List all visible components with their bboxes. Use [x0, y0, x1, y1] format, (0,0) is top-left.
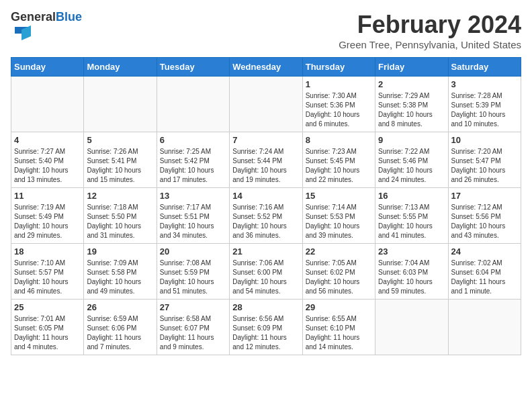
- calendar-cell: [230, 77, 302, 132]
- day-info: Sunrise: 7:01 AM Sunset: 6:05 PM Dayligh…: [14, 314, 81, 352]
- day-number: 2: [378, 79, 445, 89]
- weekday-header-thursday: Thursday: [302, 58, 375, 77]
- calendar-cell: 5Sunrise: 7:26 AM Sunset: 5:41 PM Daylig…: [84, 132, 157, 188]
- day-number: 10: [451, 135, 518, 145]
- day-info: Sunrise: 7:12 AM Sunset: 5:56 PM Dayligh…: [451, 203, 518, 240]
- day-info: Sunrise: 7:22 AM Sunset: 5:46 PM Dayligh…: [378, 147, 445, 185]
- calendar-cell: 20Sunrise: 7:08 AM Sunset: 5:59 PM Dayli…: [157, 244, 229, 300]
- logo-general-text: General: [11, 10, 56, 24]
- weekday-header-row: SundayMondayTuesdayWednesdayThursdayFrid…: [11, 58, 521, 77]
- weekday-header-monday: Monday: [84, 58, 157, 77]
- day-number: 24: [451, 246, 518, 257]
- day-number: 14: [232, 191, 299, 201]
- day-number: 16: [378, 191, 445, 201]
- weekday-header-wednesday: Wednesday: [230, 58, 302, 77]
- calendar-cell: 10Sunrise: 7:20 AM Sunset: 5:47 PM Dayli…: [448, 132, 521, 188]
- calendar-cell: [448, 300, 521, 355]
- day-number: 7: [232, 135, 299, 145]
- title-block: February 2024 Green Tree, Pennsylvania, …: [339, 11, 521, 50]
- day-info: Sunrise: 7:29 AM Sunset: 5:38 PM Dayligh…: [378, 91, 445, 129]
- day-info: Sunrise: 7:23 AM Sunset: 5:45 PM Dayligh…: [306, 147, 372, 185]
- day-number: 3: [451, 79, 518, 89]
- day-info: Sunrise: 7:08 AM Sunset: 5:59 PM Dayligh…: [160, 259, 226, 296]
- calendar-cell: 19Sunrise: 7:09 AM Sunset: 5:58 PM Dayli…: [84, 244, 157, 300]
- day-info: Sunrise: 7:18 AM Sunset: 5:50 PM Dayligh…: [87, 203, 153, 240]
- day-info: Sunrise: 7:16 AM Sunset: 5:52 PM Dayligh…: [232, 203, 299, 240]
- day-number: 27: [160, 302, 226, 312]
- calendar-cell: 22Sunrise: 7:05 AM Sunset: 6:02 PM Dayli…: [302, 244, 375, 300]
- day-number: 11: [14, 191, 81, 201]
- day-number: 26: [87, 302, 153, 312]
- day-info: Sunrise: 6:55 AM Sunset: 6:10 PM Dayligh…: [306, 314, 372, 352]
- month-title: February 2024: [339, 11, 521, 39]
- day-info: Sunrise: 7:06 AM Sunset: 6:00 PM Dayligh…: [232, 259, 299, 296]
- day-number: 6: [160, 135, 226, 145]
- day-number: 12: [87, 191, 153, 201]
- calendar-cell: 29Sunrise: 6:55 AM Sunset: 6:10 PM Dayli…: [302, 300, 375, 355]
- day-number: 13: [160, 191, 226, 201]
- day-number: 15: [306, 191, 372, 201]
- day-info: Sunrise: 7:28 AM Sunset: 5:39 PM Dayligh…: [451, 91, 518, 129]
- calendar-cell: 8Sunrise: 7:23 AM Sunset: 5:45 PM Daylig…: [302, 132, 375, 188]
- calendar-cell: 25Sunrise: 7:01 AM Sunset: 6:05 PM Dayli…: [11, 300, 84, 355]
- day-info: Sunrise: 6:58 AM Sunset: 6:07 PM Dayligh…: [160, 314, 226, 352]
- day-info: Sunrise: 7:25 AM Sunset: 5:42 PM Dayligh…: [160, 147, 226, 185]
- weekday-header-sunday: Sunday: [11, 58, 84, 77]
- calendar-cell: 12Sunrise: 7:18 AM Sunset: 5:50 PM Dayli…: [84, 188, 157, 244]
- day-info: Sunrise: 7:14 AM Sunset: 5:53 PM Dayligh…: [306, 203, 372, 240]
- calendar-cell: 4Sunrise: 7:27 AM Sunset: 5:40 PM Daylig…: [11, 132, 84, 188]
- calendar-cell: 9Sunrise: 7:22 AM Sunset: 5:46 PM Daylig…: [375, 132, 448, 188]
- day-info: Sunrise: 7:27 AM Sunset: 5:40 PM Dayligh…: [14, 147, 81, 185]
- calendar-cell: 24Sunrise: 7:02 AM Sunset: 6:04 PM Dayli…: [448, 244, 521, 300]
- calendar-cell: 27Sunrise: 6:58 AM Sunset: 6:07 PM Dayli…: [157, 300, 229, 355]
- day-number: 21: [232, 246, 299, 257]
- day-info: Sunrise: 7:20 AM Sunset: 5:47 PM Dayligh…: [451, 147, 518, 185]
- calendar-cell: [84, 77, 157, 132]
- day-info: Sunrise: 7:04 AM Sunset: 6:03 PM Dayligh…: [378, 259, 445, 296]
- calendar-cell: 3Sunrise: 7:28 AM Sunset: 5:39 PM Daylig…: [448, 77, 521, 132]
- day-number: 5: [87, 135, 153, 145]
- calendar-cell: 26Sunrise: 6:59 AM Sunset: 6:06 PM Dayli…: [84, 300, 157, 355]
- calendar-cell: 7Sunrise: 7:24 AM Sunset: 5:44 PM Daylig…: [230, 132, 302, 188]
- calendar-table: SundayMondayTuesdayWednesdayThursdayFrid…: [11, 57, 521, 355]
- day-number: 18: [14, 246, 81, 257]
- logo-blue-text: Blue: [56, 10, 82, 24]
- calendar-week-row: 1Sunrise: 7:30 AM Sunset: 5:36 PM Daylig…: [11, 77, 521, 132]
- day-info: Sunrise: 7:05 AM Sunset: 6:02 PM Dayligh…: [306, 259, 372, 296]
- calendar-cell: 11Sunrise: 7:19 AM Sunset: 5:49 PM Dayli…: [11, 188, 84, 244]
- day-number: 19: [87, 246, 153, 257]
- calendar-cell: 23Sunrise: 7:04 AM Sunset: 6:03 PM Dayli…: [375, 244, 448, 300]
- calendar-cell: 16Sunrise: 7:13 AM Sunset: 5:55 PM Dayli…: [375, 188, 448, 244]
- logo: GeneralBlue: [11, 11, 82, 46]
- location: Green Tree, Pennsylvania, United States: [339, 39, 521, 50]
- day-number: 22: [306, 246, 372, 257]
- calendar-week-row: 25Sunrise: 7:01 AM Sunset: 6:05 PM Dayli…: [11, 300, 521, 355]
- day-info: Sunrise: 7:17 AM Sunset: 5:51 PM Dayligh…: [160, 203, 226, 240]
- day-info: Sunrise: 7:24 AM Sunset: 5:44 PM Dayligh…: [232, 147, 299, 185]
- calendar-cell: [11, 77, 84, 132]
- day-number: 17: [451, 191, 518, 201]
- day-info: Sunrise: 7:13 AM Sunset: 5:55 PM Dayligh…: [378, 203, 445, 240]
- day-number: 9: [378, 135, 445, 145]
- day-number: 29: [306, 302, 372, 312]
- calendar-cell: 1Sunrise: 7:30 AM Sunset: 5:36 PM Daylig…: [302, 77, 375, 132]
- day-info: Sunrise: 6:56 AM Sunset: 6:09 PM Dayligh…: [232, 314, 299, 352]
- day-info: Sunrise: 7:19 AM Sunset: 5:49 PM Dayligh…: [14, 203, 81, 240]
- calendar-week-row: 4Sunrise: 7:27 AM Sunset: 5:40 PM Daylig…: [11, 132, 521, 188]
- weekday-header-saturday: Saturday: [448, 58, 521, 77]
- day-number: 28: [232, 302, 299, 312]
- weekday-header-friday: Friday: [375, 58, 448, 77]
- weekday-header-tuesday: Tuesday: [157, 58, 229, 77]
- calendar-cell: 2Sunrise: 7:29 AM Sunset: 5:38 PM Daylig…: [375, 77, 448, 132]
- day-info: Sunrise: 7:26 AM Sunset: 5:41 PM Dayligh…: [87, 147, 153, 185]
- day-number: 4: [14, 135, 81, 145]
- calendar-cell: 17Sunrise: 7:12 AM Sunset: 5:56 PM Dayli…: [448, 188, 521, 244]
- calendar-cell: 21Sunrise: 7:06 AM Sunset: 6:00 PM Dayli…: [230, 244, 302, 300]
- calendar-cell: 28Sunrise: 6:56 AM Sunset: 6:09 PM Dayli…: [230, 300, 302, 355]
- day-info: Sunrise: 6:59 AM Sunset: 6:06 PM Dayligh…: [87, 314, 153, 352]
- day-number: 1: [306, 79, 372, 89]
- day-number: 20: [160, 246, 226, 257]
- calendar-cell: [375, 300, 448, 355]
- day-number: 25: [14, 302, 81, 312]
- day-number: 8: [306, 135, 372, 145]
